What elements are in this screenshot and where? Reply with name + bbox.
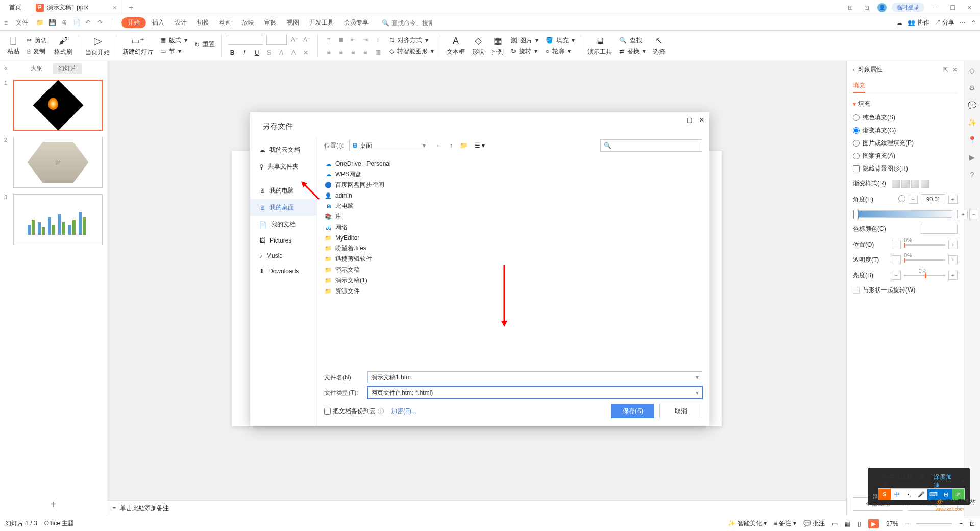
font-color-icon[interactable]: A	[277, 48, 286, 57]
collab-button[interactable]: 👥 协作	[908, 18, 929, 27]
decrease-font-icon[interactable]: A⁻	[302, 35, 311, 44]
layout-icon[interactable]: ⊞	[845, 4, 856, 11]
numbering-icon[interactable]: ≣	[336, 35, 346, 44]
smart-shape-button[interactable]: ◇转智能图形 ▾	[389, 47, 434, 56]
home-tab[interactable]: 首页	[0, 0, 31, 15]
close-tab-icon[interactable]: ×	[113, 4, 117, 12]
strike-icon[interactable]: S	[264, 48, 274, 57]
reset-button[interactable]: ↻重置	[194, 40, 215, 49]
sb-my-docs[interactable]: 📄我的文档	[250, 216, 316, 233]
menu-slideshow[interactable]: 放映	[238, 18, 258, 27]
gradient-presets[interactable]	[892, 180, 929, 188]
bold-icon[interactable]: B	[228, 48, 237, 57]
increase-font-icon[interactable]: A⁺	[290, 35, 299, 44]
view-slideshow-icon[interactable]: ▶	[868, 519, 879, 528]
pos-plus[interactable]: +	[948, 240, 958, 249]
cloud-sync-icon[interactable]: ☁	[896, 19, 902, 27]
sb-my-computer[interactable]: 🖥我的电脑	[250, 182, 316, 199]
shape-button[interactable]: ◇形状	[469, 35, 487, 56]
align-right-icon[interactable]: ≡	[349, 47, 358, 57]
add-slide-button[interactable]: +	[0, 494, 107, 516]
text-align-button[interactable]: ⇅对齐方式 ▾	[389, 36, 434, 45]
view-reading-icon[interactable]: ▯	[857, 520, 861, 527]
line-spacing-icon[interactable]: ↕	[373, 35, 382, 44]
file-item[interactable]: ☁OneDrive - Personal	[324, 159, 702, 169]
del-stop-icon[interactable]: −	[969, 210, 978, 219]
underline-icon[interactable]: U	[252, 48, 261, 57]
tool-new-icon[interactable]: ◇	[969, 66, 975, 75]
menu-insert[interactable]: 插入	[148, 18, 168, 27]
picture-button[interactable]: 🖼图片 ▾	[511, 36, 538, 45]
file-item[interactable]: 🖥此电脑	[324, 201, 702, 211]
toast-close-icon[interactable]: ×	[961, 478, 965, 485]
align-left-icon[interactable]: ≡	[324, 47, 333, 57]
paste-button[interactable]: 粘贴	[4, 36, 22, 56]
color-picker[interactable]	[921, 224, 958, 234]
select-button[interactable]: ↖选择	[650, 35, 668, 56]
radio-pattern-fill[interactable]: 图案填充(A)	[853, 152, 958, 160]
menu-animation[interactable]: 动画	[215, 18, 236, 27]
columns-icon[interactable]: ▥	[373, 47, 382, 57]
sb-pictures[interactable]: 🖼Pictures	[250, 233, 316, 248]
nav-newfolder-icon[interactable]: 📁	[460, 142, 468, 149]
location-select[interactable]: 🖥桌面▾	[349, 140, 428, 151]
menu-member[interactable]: 会员专享	[340, 18, 373, 27]
file-item[interactable]: 📁迅捷剪辑软件	[324, 254, 702, 264]
outline-button[interactable]: ○轮廓 ▾	[546, 47, 575, 56]
radio-picture-fill[interactable]: 图片或纹理填充(P)	[853, 139, 958, 148]
highlight-icon[interactable]: A	[289, 48, 298, 57]
file-item[interactable]: ☁WPS网盘	[324, 169, 702, 180]
backup-cloud-checkbox[interactable]: 把文档备份到云 i	[324, 407, 384, 416]
zoom-label[interactable]: 97%	[886, 520, 898, 527]
cancel-button[interactable]: 取消	[659, 404, 702, 418]
ime-s-icon[interactable]: S	[878, 489, 891, 500]
indent-dec-icon[interactable]: ⇤	[349, 35, 358, 44]
ime-lang-icon[interactable]: 中	[891, 489, 903, 500]
find-button[interactable]: 🔍查找	[619, 36, 646, 45]
bright-minus[interactable]: −	[892, 271, 901, 280]
tool-location-icon[interactable]: 📍	[968, 136, 976, 144]
more-icon[interactable]: ⋯	[960, 19, 966, 27]
angle-input[interactable]	[921, 194, 945, 204]
file-item[interactable]: 📚库	[324, 211, 702, 222]
print-icon[interactable]: 🖨	[61, 19, 69, 27]
indent-inc-icon[interactable]: ⇥	[361, 35, 370, 44]
brightness-slider[interactable]: 0%	[904, 275, 945, 276]
comments-toggle[interactable]: 💬 批注	[803, 519, 825, 528]
clear-format-icon[interactable]: ✕	[301, 48, 310, 57]
collapse-panel-icon[interactable]: «	[4, 65, 8, 72]
fill-tab[interactable]: 填充	[853, 79, 865, 93]
angle-plus[interactable]: +	[948, 195, 958, 204]
nav-back-icon[interactable]: ←	[436, 142, 443, 149]
open-icon[interactable]: 📁	[36, 19, 44, 27]
collapse-ribbon-icon[interactable]: ⌃	[971, 19, 976, 27]
filetype-select[interactable]: 网页文件(*.htm; *.html)▾	[368, 387, 702, 399]
undo-icon[interactable]: ↶	[85, 19, 93, 27]
slide-thumb-2[interactable]: 2 🕊	[4, 137, 103, 188]
save-button[interactable]: 保存(S)	[611, 404, 654, 418]
user-avatar-icon[interactable]: 👤	[877, 3, 887, 12]
view-normal-icon[interactable]: ▭	[832, 520, 838, 527]
print-preview-icon[interactable]: 📄	[73, 19, 81, 27]
align-center-icon[interactable]: ≡	[336, 47, 346, 57]
file-item[interactable]: 👤admin	[324, 190, 702, 201]
beautify-button[interactable]: ✨ 智能美化 ▾	[728, 519, 767, 528]
from-current-slide[interactable]: ▷当页开始	[82, 35, 113, 57]
sb-desktop[interactable]: 🖥我的桌面	[250, 199, 316, 216]
sb-cloud-docs[interactable]: ☁我的云文档	[250, 141, 316, 158]
align-justify-icon[interactable]: ≡	[361, 47, 370, 57]
transparency-slider[interactable]: 0%	[904, 259, 945, 261]
file-item[interactable]: 🖧网络	[324, 222, 702, 233]
angle-minus[interactable]: −	[909, 195, 918, 204]
menu-developer[interactable]: 开发工具	[305, 18, 338, 27]
apps-icon[interactable]: ⊡	[861, 4, 872, 11]
rotate-button[interactable]: ↻旋转 ▾	[511, 47, 538, 56]
file-item[interactable]: 📁资源文件	[324, 286, 702, 297]
dialog-minimize-icon[interactable]: ▢	[687, 116, 692, 124]
redo-icon[interactable]: ↷	[97, 19, 106, 27]
document-tab[interactable]: P 演示文稿1.pptx ×	[31, 0, 122, 15]
gradient-bar[interactable]: +−	[853, 210, 958, 218]
format-painter[interactable]: 🖌格式刷	[51, 36, 76, 56]
menu-view[interactable]: 视图	[283, 18, 303, 27]
new-tab-button[interactable]: +	[122, 3, 139, 12]
